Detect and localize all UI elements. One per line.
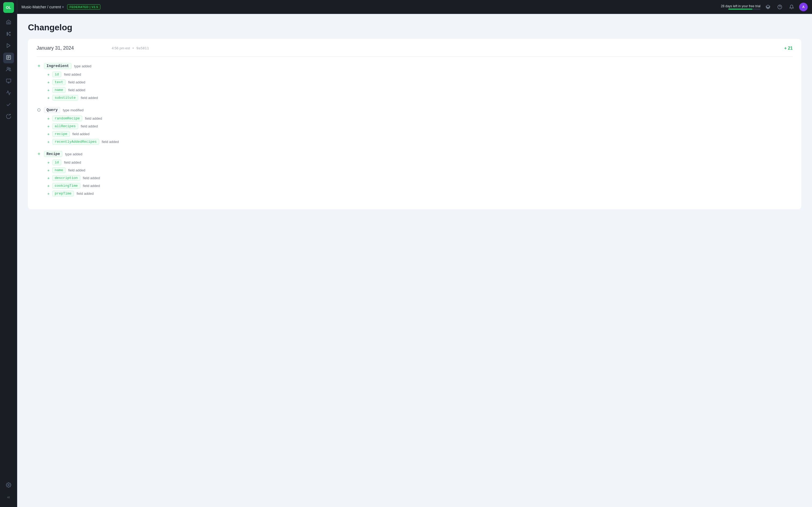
field-plus-icon: + (47, 191, 50, 195)
field-name-badge: recipe (52, 131, 70, 137)
field-row: + name field added (47, 167, 793, 173)
trial-progress-bar (728, 9, 760, 10)
query-circle-indicator (37, 108, 41, 112)
field-plus-icon: + (47, 72, 50, 76)
ingredient-status: type added (74, 64, 91, 68)
changelog-time: 4:56 pm est (112, 46, 130, 50)
federated-badge: FEDERATED | V2.5 (67, 4, 100, 10)
query-fields: + randomRecipe field added + allRecipes … (47, 116, 793, 145)
circle-icon (37, 108, 41, 112)
svg-point-14 (7, 67, 9, 69)
page-content: Changelog January 31, 2024 4:56 pm est •… (17, 14, 812, 507)
field-plus-icon: + (47, 124, 50, 128)
analytics-icon (6, 90, 11, 97)
sidebar-collapse-button[interactable] (3, 492, 14, 503)
ingredient-type-badge: Ingredient (44, 63, 71, 69)
svg-point-2 (9, 35, 10, 36)
sidebar-bottom (3, 480, 14, 505)
field-name-badge: allRecipes (52, 123, 78, 129)
svg-point-0 (7, 33, 7, 34)
query-type-row: Query type modified (37, 107, 793, 113)
field-name-badge: description (52, 175, 80, 181)
field-label: field added (102, 140, 119, 144)
sidebar-item-graph[interactable] (3, 29, 14, 40)
field-plus-icon: + (47, 116, 50, 120)
sidebar-item-settings[interactable] (3, 480, 14, 491)
launch-icon (6, 114, 11, 120)
plus-icon: + (38, 152, 41, 156)
app-logo[interactable]: OL (3, 2, 14, 13)
field-row: + randomRecipe field added (47, 116, 793, 121)
field-label: field added (83, 176, 100, 180)
field-plus-icon: + (47, 80, 50, 84)
recipe-type-row: + Recipe type added (37, 151, 793, 157)
ingredient-type-row: + Ingredient type added (37, 63, 793, 69)
field-label: field added (77, 191, 94, 195)
user-avatar[interactable]: A (799, 3, 808, 11)
field-plus-icon: + (47, 176, 50, 180)
field-row: + recipe field added (47, 131, 793, 137)
help-button[interactable] (775, 3, 784, 11)
sidebar-item-changelog[interactable] (3, 53, 14, 63)
change-group-ingredient: + Ingredient type added + id field added (37, 63, 793, 101)
field-label: field added (83, 184, 100, 188)
field-label: field added (68, 80, 85, 84)
svg-point-6 (7, 35, 7, 36)
change-group-recipe: + Recipe type added + id field added (37, 151, 793, 196)
breadcrumb[interactable]: Music-Matcher / current ▾ (21, 5, 64, 9)
settings-icon (6, 482, 11, 489)
field-label: field added (68, 168, 85, 172)
field-name-badge: text (52, 79, 65, 85)
svg-line-4 (7, 34, 9, 35)
svg-point-5 (7, 32, 7, 33)
main-container: Music-Matcher / current ▾ FEDERATED | V2… (17, 0, 812, 507)
sandbox-icon (6, 78, 11, 85)
recipe-type-badge: Recipe (44, 151, 62, 157)
changelog-count: + 21 (784, 46, 793, 51)
sidebar-item-analytics[interactable] (3, 88, 14, 99)
field-name-badge: name (52, 167, 65, 173)
query-status: type modified (63, 108, 84, 112)
field-label: field added (81, 96, 98, 100)
field-plus-icon: + (47, 168, 50, 172)
field-name-badge: id (52, 72, 61, 77)
change-group-query: Query type modified + randomRecipe field… (37, 107, 793, 145)
field-row: + id field added (47, 160, 793, 165)
ingredient-plus-indicator: + (37, 64, 41, 68)
field-plus-icon: + (47, 184, 50, 188)
sidebar-item-launch[interactable] (3, 112, 14, 122)
field-plus-icon: + (47, 160, 50, 164)
field-row: + cookingTime field added (47, 183, 793, 188)
notifications-button[interactable] (787, 3, 796, 11)
svg-point-1 (9, 32, 10, 33)
changelog-card: January 31, 2024 4:56 pm est • 9a5811 + … (28, 39, 801, 209)
sidebar-item-checks[interactable] (3, 100, 14, 111)
svg-line-3 (7, 33, 9, 34)
sidebar-item-users[interactable] (3, 64, 14, 75)
field-plus-icon: + (47, 140, 50, 144)
field-name-badge: randomRecipe (52, 116, 83, 121)
field-row: + name field added (47, 87, 793, 93)
ingredient-fields: + id field added + text field added + (47, 72, 793, 101)
field-row: + prepTime field added (47, 191, 793, 196)
field-plus-icon: + (47, 96, 50, 100)
field-name-badge: id (52, 160, 61, 165)
changelog-commit: 9a5811 (137, 46, 149, 50)
query-type-badge: Query (44, 107, 60, 113)
field-row: + allRecipes field added (47, 123, 793, 129)
changelog-date: January 31, 2024 (37, 45, 112, 51)
breadcrumb-chevron-icon: ▾ (62, 5, 64, 9)
sidebar-item-play[interactable] (3, 41, 14, 52)
sidebar-item-sandbox[interactable] (3, 76, 14, 87)
layers-button[interactable] (764, 3, 772, 11)
recipe-fields: + id field added + name field added + (47, 160, 793, 196)
sidebar-item-home[interactable] (3, 17, 14, 28)
field-label: field added (72, 132, 90, 136)
field-name-badge: prepTime (52, 191, 74, 196)
field-label: field added (64, 72, 81, 76)
svg-rect-16 (6, 79, 11, 82)
avatar-text: A (802, 5, 805, 9)
play-icon (6, 43, 11, 49)
field-row: + text field added (47, 79, 793, 85)
svg-point-15 (9, 68, 10, 69)
